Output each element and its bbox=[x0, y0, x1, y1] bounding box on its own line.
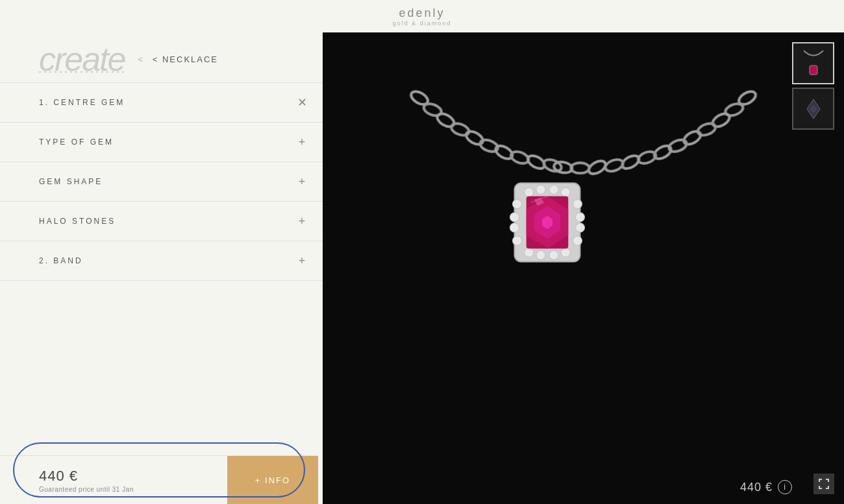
image-price-overlay: 440 € i bbox=[740, 480, 792, 494]
svg-rect-58 bbox=[819, 486, 820, 489]
plus-icon-band: + bbox=[294, 253, 310, 269]
header: edenly gold & diamond bbox=[0, 0, 844, 32]
svg-point-36 bbox=[512, 236, 521, 245]
accordion-header-band[interactable]: 2. BAND + bbox=[0, 241, 323, 280]
nav-arrow: < bbox=[138, 54, 145, 64]
svg-point-25 bbox=[525, 187, 534, 197]
svg-point-27 bbox=[549, 185, 558, 194]
svg-point-35 bbox=[510, 223, 519, 232]
svg-point-26 bbox=[536, 185, 545, 194]
necklace-display bbox=[323, 32, 844, 504]
accordion-section-halo-stones: HALO STONES + bbox=[0, 202, 323, 241]
thumbnail-panel bbox=[792, 42, 834, 130]
accordion-section-band: 2. BAND + bbox=[0, 241, 323, 281]
necklace-image bbox=[323, 32, 844, 504]
svg-point-34 bbox=[510, 213, 519, 222]
create-title: create bbox=[39, 42, 125, 76]
svg-point-31 bbox=[549, 250, 558, 259]
accordion-label-halo-stones: HALO STONES bbox=[39, 217, 116, 226]
necklace-label: < NECKLACE bbox=[153, 54, 218, 64]
back-nav[interactable]: < < NECKLACE bbox=[138, 54, 219, 64]
svg-point-28 bbox=[561, 187, 570, 197]
close-icon: ✕ bbox=[294, 95, 310, 110]
accordion-header-centre-gem[interactable]: 1. CENTRE GEM ✕ bbox=[0, 83, 323, 122]
price-section: 440 € Guaranteed price until 31 Jan bbox=[0, 468, 227, 493]
right-panel: 440 € i bbox=[323, 32, 844, 504]
svg-point-40 bbox=[573, 236, 582, 245]
svg-rect-56 bbox=[828, 479, 829, 482]
logo: edenly gold & diamond bbox=[393, 6, 452, 27]
svg-point-33 bbox=[512, 199, 521, 208]
left-panel: create < < NECKLACE 1. CENTRE GEM ✕ TYPE… bbox=[0, 32, 323, 504]
price-guarantee: Guaranteed price until 31 Jan bbox=[39, 486, 214, 493]
fullscreen-icon bbox=[818, 478, 830, 490]
accordion-header-halo-stones[interactable]: HALO STONES + bbox=[0, 202, 323, 241]
svg-point-30 bbox=[536, 250, 545, 259]
image-info-icon[interactable]: i bbox=[778, 480, 792, 494]
svg-rect-60 bbox=[828, 486, 829, 489]
accordion-label-band: 2. BAND bbox=[39, 256, 83, 265]
svg-rect-0 bbox=[328, 32, 839, 504]
accordion-header-gem-shape[interactable]: GEM SHAPE + bbox=[0, 162, 323, 201]
accordion: 1. CENTRE GEM ✕ TYPE OF GEM + GEM SHAPE … bbox=[0, 82, 323, 504]
thumb-necklace-icon bbox=[801, 47, 826, 80]
info-button[interactable]: + INFO bbox=[227, 456, 318, 505]
image-price: 440 € bbox=[740, 481, 773, 494]
thumbnail-necklace[interactable] bbox=[792, 42, 834, 84]
plus-icon-shape: + bbox=[294, 174, 310, 189]
accordion-section-gem-shape: GEM SHAPE + bbox=[0, 162, 323, 202]
svg-point-38 bbox=[575, 213, 584, 222]
svg-rect-54 bbox=[819, 479, 820, 482]
accordion-label-centre-gem: 1. CENTRE GEM bbox=[39, 98, 125, 107]
accordion-section-type-of-gem: TYPE OF GEM + bbox=[0, 123, 323, 162]
fullscreen-button[interactable] bbox=[813, 474, 834, 494]
accordion-label-type-of-gem: TYPE OF GEM bbox=[39, 138, 114, 147]
price-amount: 440 € bbox=[39, 468, 214, 485]
svg-point-39 bbox=[575, 223, 584, 232]
accordion-header-type-of-gem[interactable]: TYPE OF GEM + bbox=[0, 123, 323, 162]
svg-point-29 bbox=[525, 248, 534, 257]
svg-point-37 bbox=[573, 199, 582, 208]
accordion-section-centre-gem: 1. CENTRE GEM ✕ bbox=[0, 83, 323, 123]
accordion-label-gem-shape: GEM SHAPE bbox=[39, 177, 103, 186]
svg-point-32 bbox=[561, 248, 570, 257]
logo-subtitle: gold & diamond bbox=[393, 20, 452, 27]
svg-rect-49 bbox=[810, 66, 817, 75]
logo-name: edenly bbox=[399, 6, 445, 20]
create-header: create < < NECKLACE bbox=[0, 32, 323, 82]
thumb-gem-icon bbox=[801, 93, 826, 125]
price-bar: 440 € Guaranteed price until 31 Jan + IN… bbox=[0, 455, 318, 504]
plus-icon-type: + bbox=[294, 134, 310, 150]
plus-icon-halo: + bbox=[294, 213, 310, 229]
thumbnail-gem[interactable] bbox=[792, 88, 834, 130]
